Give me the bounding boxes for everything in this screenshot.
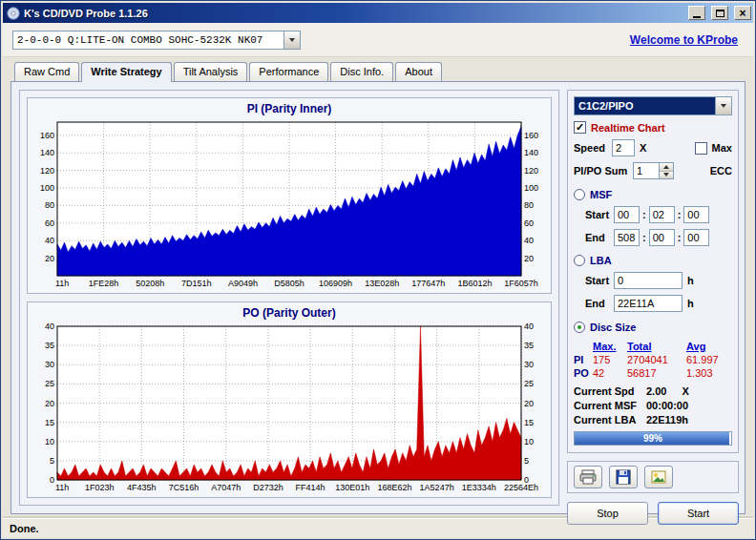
msf-end-row: End : : xyxy=(585,229,732,246)
welcome-link[interactable]: Welcome to KProbe xyxy=(630,33,744,47)
tab-write-strategy[interactable]: Write Strategy xyxy=(81,62,171,82)
msf-start-sec-input[interactable] xyxy=(649,206,675,223)
stats-header-max: Max. xyxy=(593,341,627,352)
max-speed-checkbox[interactable] xyxy=(695,142,707,155)
pi-chart-title: PI (Parity Inner) xyxy=(32,102,547,115)
svg-text:FF414h: FF414h xyxy=(296,483,326,492)
stop-button[interactable]: Stop xyxy=(567,502,648,525)
disc-size-radio[interactable] xyxy=(574,322,585,333)
speed-times-label: X xyxy=(640,142,646,154)
lba-start-unit: h xyxy=(687,275,694,286)
current-speed-unit: X xyxy=(682,385,688,397)
pipo-sum-stepper xyxy=(659,162,674,179)
svg-text:7D151h: 7D151h xyxy=(181,279,212,288)
minimize-button[interactable] xyxy=(688,6,705,20)
svg-text:40: 40 xyxy=(45,322,54,331)
floppy-save-icon xyxy=(616,469,631,485)
svg-text:100: 100 xyxy=(524,183,538,193)
svg-text:130E01h: 130E01h xyxy=(335,483,369,492)
stats-po-total: 56817 xyxy=(627,367,686,379)
msf-end-label: End xyxy=(585,232,614,243)
tab-tilt-analysis[interactable]: Tilt Analysis xyxy=(174,62,248,81)
save-button[interactable] xyxy=(609,466,638,488)
svg-text:30: 30 xyxy=(45,360,54,369)
mode-combo-value: C1C2/PIPO xyxy=(575,97,715,114)
lba-end-unit: h xyxy=(687,298,694,309)
current-msf-row: Current MSF 00:00:00 xyxy=(574,400,732,411)
svg-text:A9049h: A9049h xyxy=(228,279,258,288)
svg-text:35: 35 xyxy=(524,341,534,350)
po-chart-title: PO (Parity Outer) xyxy=(32,306,547,320)
svg-text:10: 10 xyxy=(45,437,54,447)
export-image-button[interactable] xyxy=(644,466,673,488)
lba-start-input[interactable] xyxy=(614,272,682,289)
lba-end-input[interactable] xyxy=(614,295,682,312)
app-window: K's CD/DVD Probe 1.1.26 × 2-0-0-0 Q:LITE… xyxy=(0,0,756,540)
msf-start-label: Start xyxy=(585,209,614,220)
stepper-up-button[interactable] xyxy=(660,163,673,172)
mode-combo-dropdown-button[interactable] xyxy=(715,97,731,114)
msf-end-frame-input[interactable] xyxy=(683,229,709,246)
svg-text:177647h: 177647h xyxy=(411,279,445,288)
maximize-button[interactable] xyxy=(711,6,728,20)
svg-text:D5805h: D5805h xyxy=(274,279,304,288)
export-image-icon xyxy=(651,470,666,484)
svg-text:1F6057h: 1F6057h xyxy=(504,279,538,288)
max-speed-label: Max xyxy=(712,142,732,154)
charts-panel: PI (Parity Inner) 2020404060608080100100… xyxy=(19,90,559,506)
svg-text:40: 40 xyxy=(524,236,534,245)
speed-label: Speed xyxy=(574,142,612,154)
current-msf-label: Current MSF xyxy=(574,400,646,411)
drive-combo-dropdown-button[interactable] xyxy=(284,31,300,49)
close-button[interactable]: × xyxy=(734,6,751,20)
lba-radio[interactable] xyxy=(574,255,585,266)
tab-disc-info[interactable]: Disc Info. xyxy=(330,62,393,81)
msf-end-min-input[interactable] xyxy=(614,229,640,246)
realtime-checkbox[interactable] xyxy=(574,121,586,134)
svg-text:160: 160 xyxy=(524,131,538,140)
msf-start-min-input[interactable] xyxy=(614,206,640,223)
stepper-down-button[interactable] xyxy=(660,172,673,179)
msf-start-row: Start : : xyxy=(585,206,732,223)
svg-text:4F435h: 4F435h xyxy=(127,483,157,492)
speed-input[interactable] xyxy=(612,139,635,156)
svg-text:15: 15 xyxy=(524,418,534,427)
tool-button-box xyxy=(567,461,739,493)
svg-text:A7047h: A7047h xyxy=(211,483,241,492)
ecc-label: ECC xyxy=(710,165,732,177)
msf-start-frame-input[interactable] xyxy=(683,206,709,223)
current-lba-row: Current LBA 22E119h xyxy=(574,414,732,426)
pipo-sum-row: PI/PO Sum ECC xyxy=(574,162,732,179)
current-lba-label: Current LBA xyxy=(574,414,646,426)
stats-po-avg: 1.303 xyxy=(686,367,732,379)
pipo-sum-input[interactable] xyxy=(633,162,660,179)
svg-text:20: 20 xyxy=(45,399,54,408)
tab-raw-cmd[interactable]: Raw Cmd xyxy=(14,62,79,81)
msf-radio[interactable] xyxy=(574,189,585,200)
lba-start-row: Start h xyxy=(585,272,732,289)
current-speed-value: 2.00 xyxy=(646,385,666,397)
msf-label: MSF xyxy=(590,189,612,200)
chevron-down-icon xyxy=(721,104,726,108)
svg-text:120: 120 xyxy=(40,166,54,176)
svg-text:1A5247h: 1A5247h xyxy=(420,483,454,492)
action-buttons: Stop Start xyxy=(567,502,739,525)
svg-text:1E3334h: 1E3334h xyxy=(462,483,496,492)
msf-separator: : xyxy=(642,232,646,243)
msf-end-sec-input[interactable] xyxy=(649,229,675,246)
progress-label: 99% xyxy=(575,432,731,445)
svg-text:11h: 11h xyxy=(55,279,69,288)
realtime-row: Realtime Chart xyxy=(574,121,732,134)
tab-about[interactable]: About xyxy=(395,62,442,81)
stats-po-max: 42 xyxy=(593,367,627,379)
settings-box: C1C2/PIPO Realtime Chart Speed X Max PI/… xyxy=(567,90,739,453)
print-button[interactable] xyxy=(574,466,602,488)
svg-text:80: 80 xyxy=(45,200,54,210)
tab-performance[interactable]: Performance xyxy=(249,62,328,81)
start-button[interactable]: Start xyxy=(658,502,739,525)
title-bar: K's CD/DVD Probe 1.1.26 × xyxy=(3,3,753,23)
window-title: K's CD/DVD Probe 1.1.26 xyxy=(24,8,682,19)
svg-text:5: 5 xyxy=(524,456,529,466)
mode-combo[interactable]: C1C2/PIPO xyxy=(574,96,732,115)
drive-combo[interactable]: 2-0-0-0 Q:LITE-ON COMBO SOHC-5232K NK07 xyxy=(12,31,301,50)
